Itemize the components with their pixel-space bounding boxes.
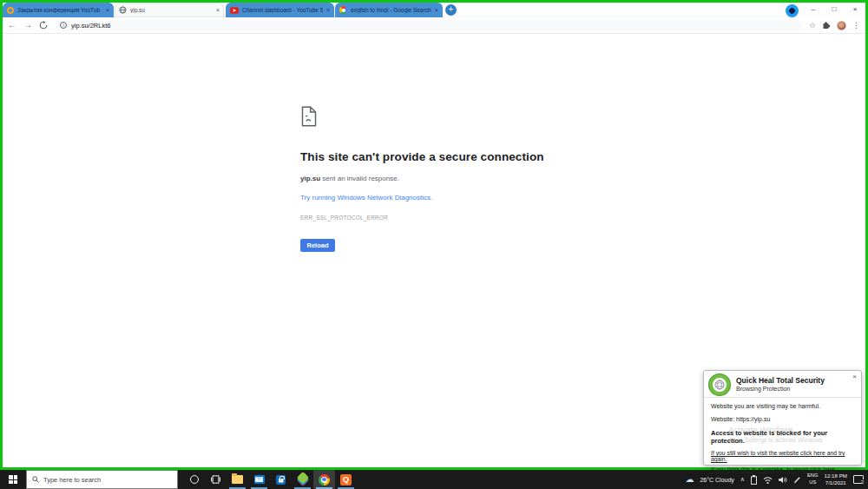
forward-icon[interactable]: →: [23, 21, 32, 30]
search-icon: [32, 476, 39, 483]
chrome-button[interactable]: [313, 470, 335, 489]
quick-heal-logo-icon: [709, 374, 730, 395]
network-diagnostics-link[interactable]: Try running Windows Network Diagnostics.: [300, 194, 432, 202]
error-title: This site can't provide a secure connect…: [300, 150, 595, 163]
page-info-icon[interactable]: i: [60, 22, 67, 29]
close-window-button[interactable]: ×: [845, 3, 865, 17]
sad-page-icon: [300, 106, 318, 127]
popup-close-icon[interactable]: ×: [852, 373, 857, 380]
url-text[interactable]: yip.su/2RLkt6: [71, 22, 110, 30]
tab-yipsu-active[interactable]: yip.su ×: [115, 3, 224, 17]
error-host: yip.su: [300, 175, 320, 182]
cortana-icon: [190, 475, 199, 484]
bookmark-star-icon[interactable]: ☆: [809, 21, 816, 30]
clock-time: 12:18 PM: [825, 472, 847, 479]
globe-favicon-icon: [119, 6, 127, 14]
quick-heal-title: Quick Heal Total Security: [736, 376, 825, 385]
window-controls: – □ ×: [803, 3, 865, 17]
restore-button[interactable]: □: [824, 3, 845, 17]
search-placeholder: Type here to search: [43, 476, 101, 484]
taskbar: Type here to search Q: [0, 470, 868, 489]
reload-icon[interactable]: [39, 21, 48, 30]
visit-anyway-link[interactable]: If you still wish to visit the website c…: [711, 450, 854, 462]
file-explorer-button[interactable]: [227, 470, 248, 489]
system-tray: ☁ 26°C Cloudy ∧ ENG: [685, 470, 868, 489]
youtube-favicon-icon: [230, 7, 239, 14]
quick-heal-popup: Quick Heal Total Security Browsing Prote…: [703, 370, 862, 466]
quick-heal-body: Website you are visiting may be harmful.…: [704, 398, 861, 472]
toolbar-right: ☆ ⋮: [809, 21, 860, 30]
tab-title: yip.su: [130, 7, 213, 13]
network-icon[interactable]: [763, 476, 773, 484]
tab-title: english to hindi - Google Search: [351, 7, 431, 13]
tab-close-icon[interactable]: ×: [106, 7, 109, 13]
back-icon[interactable]: ←: [8, 21, 16, 30]
quick-heal-button[interactable]: Q: [335, 470, 357, 489]
new-tab-button[interactable]: +: [445, 4, 457, 16]
tab-strip: Закрытая конференция YouTub × yip.su × C…: [3, 3, 865, 17]
tab-channel-dashboard[interactable]: Channel dashboard - YouTube S ×: [226, 3, 334, 17]
tab-youtube-conference[interactable]: Закрытая конференция YouTub ×: [3, 3, 114, 17]
quick-heal-q-icon: Q: [340, 474, 352, 486]
tab-close-icon[interactable]: ×: [326, 7, 330, 13]
globe-icon: [714, 380, 725, 390]
mail-icon: [254, 475, 265, 484]
reload-button[interactable]: Reload: [300, 239, 335, 252]
store-icon: [276, 475, 286, 485]
windows-ink-pen-icon[interactable]: [793, 476, 801, 484]
bluestacks-button[interactable]: [292, 470, 313, 489]
taskbar-search-input[interactable]: Type here to search: [26, 470, 178, 489]
blocked-line: Access to website is blocked for your pr…: [711, 429, 854, 445]
google-favicon-icon: [339, 6, 347, 14]
mail-button[interactable]: [248, 470, 270, 489]
tab-favicon-ring-icon: [7, 7, 14, 14]
language-line1: ENG: [807, 472, 819, 479]
notification-center-icon[interactable]: 2: [853, 475, 864, 484]
report-mistake-link[interactable]: If you think this is a mistake, to repor…: [711, 466, 854, 472]
tab-title: Закрытая конференция YouTub: [17, 7, 102, 13]
website-line: Website: https://yip.su: [711, 416, 854, 422]
recorder-bubble-icon[interactable]: [786, 4, 799, 17]
notification-count-badge: 2: [861, 479, 864, 485]
cortana-button[interactable]: [183, 470, 205, 489]
error-message: yip.su sent an invalid response.: [300, 175, 595, 182]
clock-date: 7/1/2021: [825, 479, 847, 486]
address-bar[interactable]: i yip.su/2RLkt6: [55, 20, 802, 31]
clock[interactable]: 12:18 PM 7/1/2021: [825, 472, 847, 487]
browser-toolbar: ← → i yip.su/2RLkt6 ☆ ⋮: [3, 17, 865, 34]
quick-heal-subtitle: Browsing Protection: [736, 386, 790, 392]
warning-line: Website you are visiting may be harmful.: [711, 403, 854, 409]
battery-icon[interactable]: [751, 475, 757, 485]
profile-avatar[interactable]: [837, 21, 846, 30]
weather-text[interactable]: 26°C Cloudy: [700, 477, 733, 483]
error-code: ERR_SSL_PROTOCOL_ERROR: [300, 215, 595, 221]
browser-window: Закрытая конференция YouTub × yip.su × C…: [0, 0, 868, 470]
volume-icon[interactable]: [779, 476, 787, 484]
language-line2: US: [807, 479, 819, 486]
task-view-icon: [211, 475, 220, 484]
weather-cloud-icon[interactable]: ☁: [685, 475, 694, 484]
task-view-button[interactable]: [205, 470, 227, 489]
tab-close-icon[interactable]: ×: [435, 7, 438, 13]
extensions-puzzle-icon[interactable]: [822, 21, 831, 30]
start-button[interactable]: [0, 470, 26, 489]
microsoft-store-button[interactable]: [270, 470, 292, 489]
tab-title: Channel dashboard - YouTube S: [242, 7, 323, 13]
windows-logo-icon: [9, 475, 17, 484]
chrome-icon: [319, 474, 330, 486]
minimize-button[interactable]: –: [803, 3, 824, 17]
quick-heal-header: Quick Heal Total Security Browsing Prote…: [704, 371, 861, 398]
bluestacks-icon: [298, 474, 308, 485]
ssl-error-page: This site can't provide a secure connect…: [300, 106, 595, 252]
browser-menu-icon[interactable]: ⋮: [852, 21, 860, 30]
tab-close-icon[interactable]: ×: [216, 7, 220, 13]
screen: Закрытая конференция YouTub × yip.su × C…: [0, 0, 868, 489]
error-message-rest: sent an invalid response.: [320, 175, 399, 182]
language-indicator[interactable]: ENG US: [807, 472, 819, 486]
tab-google-search[interactable]: english to hindi - Google Search ×: [335, 3, 443, 17]
tray-expand-icon[interactable]: ∧: [740, 476, 745, 483]
file-explorer-icon: [232, 475, 243, 484]
